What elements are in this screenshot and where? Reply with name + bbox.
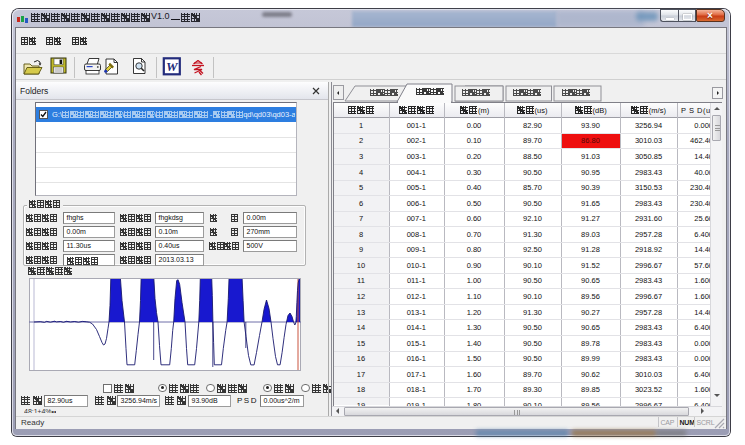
svg-text:W: W [166, 59, 179, 74]
